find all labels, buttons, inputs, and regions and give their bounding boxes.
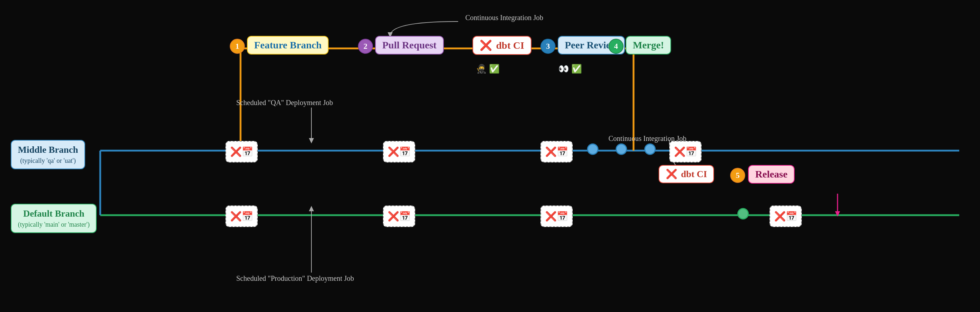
svg-marker-8: [835, 211, 840, 217]
eyes-icon: 👀: [558, 64, 569, 74]
badge-1: 1: [230, 39, 245, 54]
job-icon-default-3: ❌📅: [545, 211, 568, 222]
peer-review-emojis: 👀 ✅: [558, 64, 582, 74]
qa-deploy-label: Scheduled "QA" Deployment Job: [236, 99, 333, 107]
job-icon-default-2: ❌📅: [388, 211, 410, 222]
default-dot-1: [737, 208, 749, 219]
svg-marker-3: [309, 138, 314, 144]
default-job-1: ❌📅: [226, 205, 258, 227]
badge-5: 5: [730, 168, 745, 183]
dbt-ci-top-box: ❌ dbt CI: [473, 36, 531, 55]
badge-3: 3: [541, 39, 555, 54]
job-icon-symbol-4: ❌📅: [674, 146, 697, 157]
middle-dot-2: [616, 144, 627, 155]
job-icon-symbol-2: ❌📅: [388, 146, 410, 157]
ci-job-top-label: Continuous Integration Job: [465, 14, 543, 22]
middle-branch-box: Middle Branch (typically 'qa' or 'uat'): [11, 140, 85, 169]
badge-4: 4: [608, 39, 624, 54]
dbt-ci-bottom-box: ❌ dbt CI: [659, 165, 714, 183]
default-branch-box: Default Branch (typically 'main' or 'mas…: [11, 204, 97, 233]
middle-job-4: ❌📅: [669, 141, 702, 162]
badge-2: 2: [358, 39, 373, 54]
dbt-ci-bottom-x-icon: ❌: [666, 169, 677, 179]
check-icon-1: ✅: [489, 64, 500, 74]
middle-dot-1: [587, 144, 598, 155]
default-job-4: ❌📅: [770, 205, 802, 227]
job-icon-default-4: ❌📅: [774, 211, 797, 222]
ci-job-bottom-label: Continuous Integration Job: [608, 134, 687, 143]
job-icon-symbol-3: ❌📅: [545, 146, 568, 157]
job-icon-default-1: ❌📅: [230, 211, 253, 222]
middle-job-2: ❌📅: [383, 141, 415, 162]
merge-box: Merge!: [626, 36, 671, 54]
default-job-2: ❌📅: [383, 205, 415, 227]
ninja-icon: 🥷: [476, 64, 487, 74]
feature-branch-box: Feature Branch: [247, 36, 329, 54]
middle-job-3: ❌📅: [541, 141, 573, 162]
job-icon-symbol-1: ❌📅: [230, 146, 253, 157]
svg-marker-5: [309, 206, 314, 211]
middle-dot-3: [644, 144, 656, 155]
dbt-ci-x-icon: ❌: [480, 40, 492, 51]
check-icon-2: ✅: [571, 64, 582, 74]
default-job-3: ❌📅: [541, 205, 573, 227]
middle-job-1: ❌📅: [226, 141, 258, 162]
release-box: Release: [748, 165, 795, 184]
prod-deploy-label: Scheduled "Production" Deployment Job: [236, 274, 354, 283]
dbt-ci-top-emojis: 🥷 ✅: [476, 64, 500, 74]
pull-request-box: Pull Request: [375, 36, 444, 54]
diagram-container: 1 Feature Branch 2 Pull Request ❌ dbt CI…: [0, 0, 980, 312]
